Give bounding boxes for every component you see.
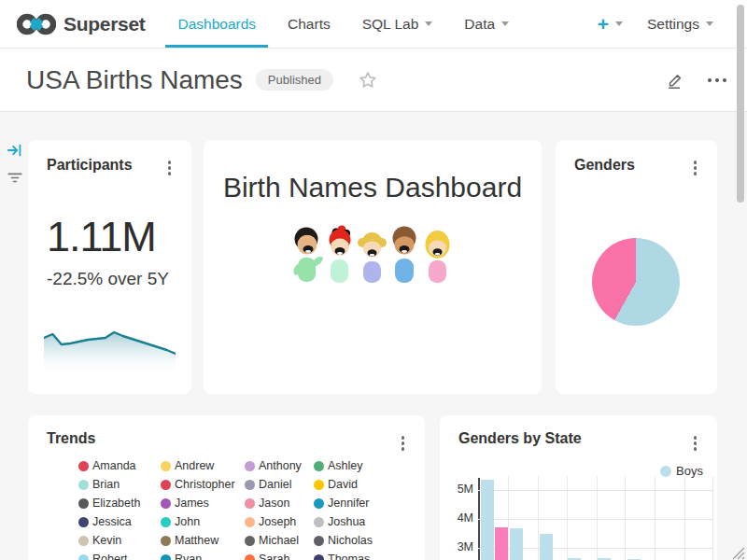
trends-card: Trends AmandaAndrewAnthonyAshleyBrianChr… <box>28 415 425 560</box>
markdown-heading: Birth Names Dashboard <box>204 172 542 203</box>
legend-item[interactable]: Ashley <box>314 456 398 475</box>
legend-label: Jessica <box>92 515 132 528</box>
legend-item[interactable]: Jennifer <box>314 494 398 512</box>
legend-item[interactable]: Anthony <box>245 456 314 475</box>
legend-item[interactable]: Daniel <box>245 475 314 494</box>
legend-item[interactable]: Joseph <box>245 512 314 531</box>
legend-label: Joshua <box>328 515 365 528</box>
participants-sparkline-chart[interactable] <box>44 315 176 373</box>
legend-label: Jennifer <box>328 497 369 510</box>
legend-label: Andrew <box>175 459 214 472</box>
edit-pencil-icon[interactable] <box>665 70 685 91</box>
genders-pie-chart[interactable] <box>592 238 680 326</box>
nav-item-sql-lab[interactable]: SQL Lab <box>346 0 449 48</box>
legend-label: Jason <box>259 497 289 510</box>
header-actions <box>665 70 726 91</box>
legend-item[interactable]: Jason <box>245 494 314 512</box>
navbar-right: + Settings <box>598 0 732 48</box>
gridline <box>684 476 685 560</box>
legend-item[interactable]: Joshua <box>314 512 398 531</box>
legend-label: James <box>175 497 209 510</box>
chevron-down-icon <box>425 21 432 26</box>
legend-label: Sarah <box>259 553 289 560</box>
more-options-icon[interactable] <box>692 159 699 177</box>
more-options-icon[interactable] <box>692 434 699 453</box>
legend-label: Anthony <box>259 459 302 472</box>
legend-item[interactable]: Brian <box>78 475 161 494</box>
legend-dot <box>78 536 89 546</box>
legend-dot <box>78 461 89 471</box>
legend-dot <box>314 498 324 509</box>
legend-label: Kevin <box>92 534 121 547</box>
legend-item[interactable]: Jessica <box>78 512 161 531</box>
more-options-icon[interactable] <box>400 434 407 453</box>
legend-dot <box>161 554 171 560</box>
legend-item[interactable]: David <box>314 475 398 494</box>
legend-item[interactable]: Sarah <box>245 550 314 560</box>
legend-label: Christopher <box>175 478 235 491</box>
chart-title: Participants <box>47 157 173 174</box>
chart-title: Genders by State <box>458 430 698 447</box>
legend-label: Ryan <box>175 553 202 560</box>
legend-item[interactable]: Michael <box>245 531 314 550</box>
settings-menu[interactable]: Settings <box>647 16 713 33</box>
genders-by-state-bar-chart[interactable] <box>478 476 712 560</box>
big-number-value: 1.11M <box>47 213 173 261</box>
legend-item[interactable]: Robert <box>78 550 161 560</box>
resize-handle-icon[interactable] <box>730 545 745 560</box>
bar[interactable] <box>481 480 494 560</box>
bar[interactable] <box>540 534 553 560</box>
nav-item-label: Dashboards <box>177 16 256 33</box>
markdown-card: Birth Names Dashboard <box>204 140 542 394</box>
legend-item[interactable]: Andrew <box>161 456 245 475</box>
expand-filter-bar-icon[interactable] <box>7 142 23 162</box>
nav-item-label: Data <box>464 16 495 33</box>
big-number-subheader: -22.5% over 5Y <box>47 269 173 289</box>
filter-icon[interactable] <box>7 169 23 189</box>
chevron-down-icon <box>501 21 509 26</box>
nav-item-label: Charts <box>288 16 331 33</box>
new-item-menu[interactable]: + <box>598 14 623 34</box>
legend-item[interactable]: Thomas <box>314 550 398 560</box>
y-axis-tick-label: 3M <box>447 540 473 553</box>
bar[interactable] <box>495 527 508 560</box>
more-actions-icon[interactable] <box>708 78 726 82</box>
gridline <box>712 476 713 560</box>
legend-label: Michael <box>259 534 299 547</box>
gridline <box>478 519 712 520</box>
legend-item[interactable]: Matthew <box>161 531 245 550</box>
legend-label: Robert <box>92 553 128 560</box>
published-badge[interactable]: Published <box>256 69 333 91</box>
bar[interactable] <box>510 528 523 560</box>
legend-item[interactable]: Nicholas <box>314 531 398 550</box>
legend-item[interactable]: John <box>161 512 245 531</box>
gridline <box>478 490 712 491</box>
legend-item[interactable]: Kevin <box>78 531 161 550</box>
legend-item[interactable]: Ryan <box>161 550 245 560</box>
chart-title: Genders <box>574 157 698 174</box>
nav-item-charts[interactable]: Charts <box>272 0 346 48</box>
legend-dot <box>161 498 171 509</box>
legend-label: Daniel <box>259 478 291 491</box>
legend-label: Elizabeth <box>92 497 140 510</box>
y-axis-tick-label: 5M <box>447 483 473 496</box>
page-title: USA Births Names <box>26 65 243 95</box>
dashboard-grid: Participants 1.11M -22.5% over 5Y Birth … <box>0 112 747 560</box>
superset-infinity-icon <box>17 12 56 36</box>
chevron-down-icon <box>615 21 623 26</box>
legend-label: John <box>175 515 200 528</box>
legend-label: David <box>328 478 358 491</box>
nav-item-data[interactable]: Data <box>448 0 525 48</box>
legend-item[interactable]: Amanda <box>78 456 161 475</box>
favorite-star-icon[interactable] <box>358 70 378 91</box>
legend-dot <box>161 517 171 527</box>
more-options-icon[interactable] <box>166 159 174 177</box>
brand-name: Superset <box>63 13 145 35</box>
legend-item[interactable]: James <box>161 494 245 512</box>
legend-item[interactable]: Christopher <box>161 475 245 494</box>
superset-logo[interactable]: Superset <box>17 0 145 48</box>
vertical-scrollbar[interactable] <box>737 5 744 203</box>
nav-item-dashboards[interactable]: Dashboards <box>162 0 272 48</box>
children-illustration <box>289 224 456 287</box>
legend-item[interactable]: Elizabeth <box>78 494 161 512</box>
